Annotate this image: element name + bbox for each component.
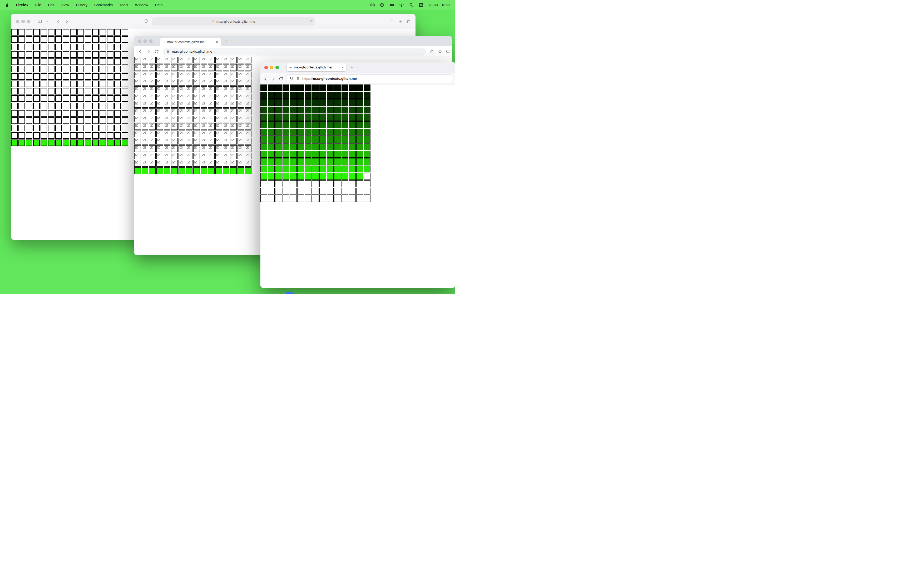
play-circle-icon[interactable] [380, 3, 385, 7]
bookmark-star-button[interactable] [438, 49, 442, 54]
shield-icon [144, 19, 149, 24]
gl-canvas-cell [349, 129, 356, 136]
gl-canvas-cell [356, 180, 363, 187]
broken-image-icon [209, 110, 212, 112]
battery-icon[interactable] [390, 3, 394, 7]
close-button[interactable] [138, 39, 141, 43]
browser-tab[interactable]: ∞ max-gl-contexts.glitch.me/ × [287, 63, 346, 71]
broken-image-icon [194, 117, 197, 119]
menu-item-file[interactable]: File [35, 3, 41, 7]
menu-item-window[interactable]: Window [135, 3, 148, 7]
back-button[interactable] [263, 76, 268, 81]
tab-overview-button[interactable] [406, 19, 411, 24]
gl-canvas-cell [48, 73, 55, 80]
minimize-button[interactable] [270, 66, 273, 69]
gl-canvas-cell [40, 95, 47, 102]
new-tab-button[interactable]: + [225, 38, 228, 44]
gl-canvas-cell [78, 95, 84, 102]
sidebar-toggle-button[interactable] [37, 19, 42, 24]
gl-canvas-cell [297, 114, 304, 121]
menu-item-tools[interactable]: Tools [120, 3, 128, 7]
gl-canvas-cell [26, 58, 32, 65]
forward-button[interactable] [271, 76, 276, 81]
share-button[interactable] [390, 19, 394, 24]
minimize-button[interactable] [21, 20, 25, 23]
broken-image-icon [209, 139, 212, 141]
close-button[interactable] [16, 20, 19, 23]
gl-canvas-cell [122, 36, 128, 43]
broken-image-icon [217, 124, 219, 127]
gl-canvas-cell [215, 131, 222, 137]
chrome-toolbar: max-gl-contexts.glitch.me [134, 46, 452, 57]
gl-canvas-cell [149, 101, 156, 108]
reload-button[interactable] [279, 76, 283, 81]
new-tab-button[interactable] [398, 19, 402, 24]
tab-close-button[interactable]: × [216, 40, 218, 44]
menu-item-history[interactable]: History [76, 3, 87, 7]
broken-image-icon [209, 73, 212, 75]
broken-image-icon [143, 73, 145, 75]
reload-button[interactable] [310, 20, 313, 23]
broken-image-icon [165, 139, 168, 141]
broken-image-icon [239, 117, 241, 119]
gl-canvas-cell [11, 73, 18, 80]
gl-canvas-cell [122, 51, 128, 58]
wifi-icon[interactable] [399, 3, 404, 7]
new-tab-button[interactable]: + [351, 65, 353, 70]
broken-image-icon [143, 161, 145, 163]
broken-image-icon [224, 110, 227, 112]
browser-tab[interactable]: ∞ max-gl-contexts.glitch.me × [160, 38, 221, 46]
menu-item-bookmarks[interactable]: Bookmarks [94, 3, 113, 7]
gl-canvas-cell [215, 108, 222, 115]
back-button[interactable] [56, 19, 61, 24]
gl-canvas-cell [114, 51, 121, 58]
gl-canvas-cell [356, 195, 363, 202]
tab-close-button[interactable]: × [341, 66, 344, 69]
privacy-shield-button[interactable] [144, 19, 149, 24]
address-field[interactable]: max-gl-contexts.glitch.me [152, 17, 315, 26]
gl-canvas-cell [18, 117, 25, 124]
gl-canvas-cell [230, 145, 237, 152]
menu-item-help[interactable]: Help [155, 3, 163, 7]
menubar-clock[interactable]: 26 Jul 10:32 [428, 3, 450, 7]
address-bar[interactable]: https://max-gl-contexts.glitch.me [286, 74, 452, 83]
gl-canvas-cell [208, 160, 215, 166]
share-button[interactable] [430, 49, 434, 54]
gl-canvas-cell [290, 84, 297, 91]
spotlight-icon[interactable] [409, 3, 414, 7]
zoom-button[interactable] [275, 66, 279, 69]
close-button[interactable] [264, 66, 268, 69]
apple-menu[interactable] [5, 3, 9, 7]
gl-canvas-cell [78, 73, 84, 80]
dock-peek-icon[interactable] [286, 292, 293, 294]
back-button[interactable] [138, 49, 143, 54]
minimize-button[interactable] [144, 39, 147, 43]
gl-canvas-cell [26, 103, 32, 109]
broken-image-icon [239, 102, 241, 105]
gl-canvas-cell [186, 131, 192, 137]
forward-button[interactable] [146, 49, 151, 54]
broken-image-icon [224, 124, 227, 127]
broken-image-icon [194, 80, 197, 82]
broken-image-icon [187, 110, 190, 112]
gl-canvas-cell [178, 72, 185, 78]
extensions-button[interactable] [446, 49, 451, 54]
grammarly-icon[interactable]: G [370, 3, 375, 7]
reload-button[interactable] [154, 49, 159, 54]
menu-item-edit[interactable]: Edit [48, 3, 54, 7]
zoom-button[interactable] [149, 39, 152, 43]
omnibox-address-field[interactable]: max-gl-contexts.glitch.me [162, 48, 426, 55]
gl-canvas-cell [11, 125, 18, 131]
menu-item-view[interactable]: View [61, 3, 69, 7]
control-center-icon[interactable] [419, 3, 423, 7]
forward-button[interactable] [64, 19, 69, 24]
gl-canvas-cell [268, 180, 275, 187]
tab-group-chevron-button[interactable] [45, 20, 49, 23]
broken-image-icon [217, 73, 219, 75]
lock-icon[interactable] [296, 77, 300, 81]
app-menu[interactable]: Firefox [16, 3, 28, 7]
zoom-button[interactable] [27, 20, 30, 23]
gl-canvas-cell [290, 188, 297, 194]
tracking-shield-icon[interactable] [289, 77, 294, 81]
broken-image-icon [143, 102, 145, 105]
